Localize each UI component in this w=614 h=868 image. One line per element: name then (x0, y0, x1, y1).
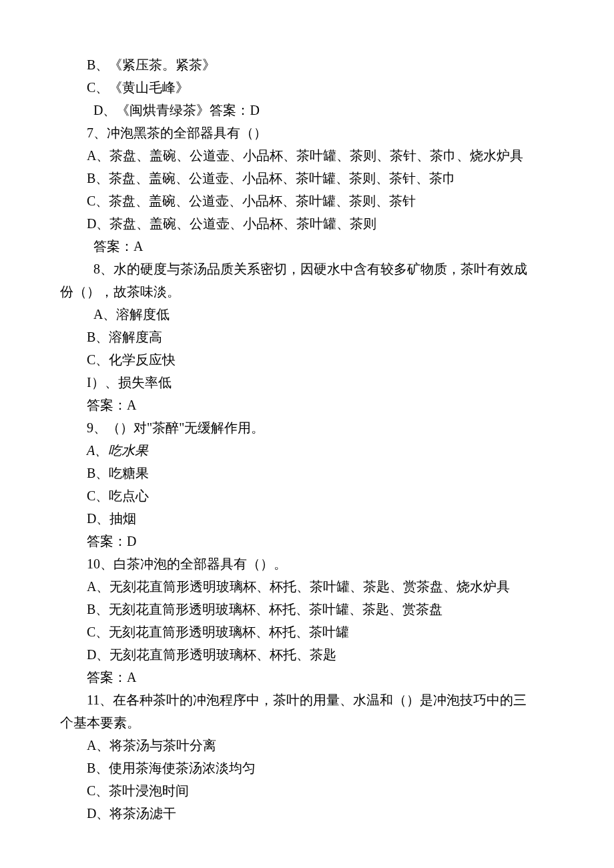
text-line: B、溶解度高 (60, 326, 554, 348)
text-line: 答案：D (60, 530, 554, 552)
text-line: A、无刻花直筒形透明玻璃杯、杯托、茶叶罐、茶匙、赏茶盘、烧水炉具 (60, 575, 554, 598)
text-line: D、《闽烘青绿茶》答案：D (60, 99, 554, 121)
text-line: C、吃点心 (60, 484, 554, 507)
text-line: D、将茶汤滤干 (60, 802, 554, 825)
text-line: 答案：A (60, 394, 554, 416)
text-line: 答案：A (60, 235, 554, 258)
text-line: 答案：A (60, 666, 554, 689)
text-line: 个基本要素。 (60, 711, 554, 734)
text-line: A、溶解度低 (60, 303, 554, 326)
text-line: C、《黄山毛峰》 (60, 76, 554, 99)
text-line: 11、在各种茶叶的冲泡程序中，茶叶的用量、水温和（）是冲泡技巧中的三 (60, 689, 554, 711)
text-line: C、茶叶浸泡时间 (60, 779, 554, 802)
text-line: A、吃水果 (60, 439, 554, 462)
text-line: A、茶盘、盖碗、公道壶、小品杯、茶叶罐、茶则、茶针、茶巾、烧水炉具 (60, 144, 554, 167)
text-line: D、抽烟 (60, 507, 554, 530)
text-line: B、《紧压茶。紧茶》 (60, 53, 554, 76)
text-line: B、无刻花直筒形透明玻璃杯、杯托、茶叶罐、茶匙、赏茶盘 (60, 598, 554, 620)
text-line: C、无刻花直筒形透明玻璃杯、杯托、茶叶罐 (60, 620, 554, 643)
text-line: I）、损失率低 (60, 371, 554, 394)
text-line: C、化学反应快 (60, 348, 554, 371)
text-line: 10、白茶冲泡的全部器具有（）。 (60, 552, 554, 575)
text-line: B、茶盘、盖碗、公道壶、小品杯、茶叶罐、茶则、茶针、茶巾 (60, 167, 554, 189)
text-line: D、无刻花直筒形透明玻璃杯、杯托、茶匙 (60, 643, 554, 666)
text-line: 9、（）对"茶醉"无缓解作用。 (60, 416, 554, 439)
text-line: A、将茶汤与茶叶分离 (60, 734, 554, 757)
text-line: D、茶盘、盖碗、公道壶、小品杯、茶叶罐、茶则 (60, 212, 554, 235)
text-line: 7、冲泡黑茶的全部器具有（） (60, 121, 554, 144)
text-line: B、吃糖果 (60, 462, 554, 484)
text-line: B、使用茶海使茶汤浓淡均匀 (60, 757, 554, 779)
text-line: 8、水的硬度与茶汤品质关系密切，因硬水中含有较多矿物质，茶叶有效成 (60, 258, 554, 280)
text-line: C、茶盘、盖碗、公道壶、小品杯、茶叶罐、茶则、茶针 (60, 189, 554, 212)
document-page: B、《紧压茶。紧茶》 C、《黄山毛峰》 D、《闽烘青绿茶》答案：D 7、冲泡黑茶… (0, 0, 614, 868)
text-line: 份（），故茶味淡。 (60, 280, 554, 303)
